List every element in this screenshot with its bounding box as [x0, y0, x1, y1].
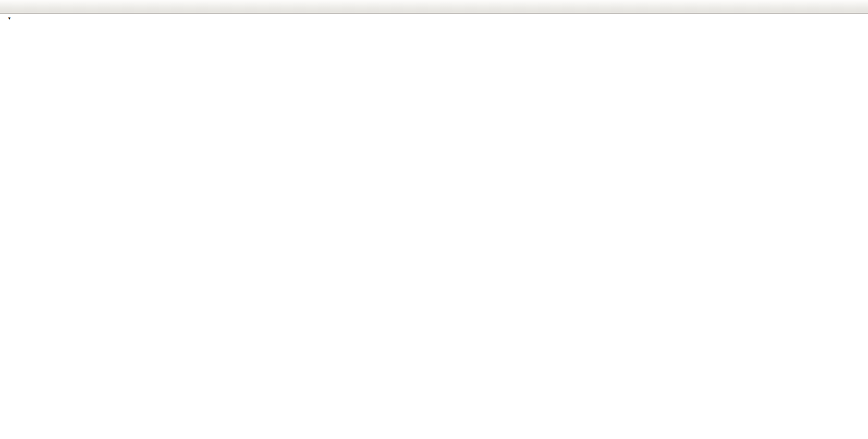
chart-canvas[interactable] [0, 14, 868, 439]
symbol-dropdown-icon[interactable]: ▼ [7, 16, 11, 21]
metatrader-window: ▼ [0, 0, 868, 439]
chart-window[interactable]: ▼ [0, 14, 868, 439]
chart-title: ▼ [7, 16, 18, 21]
main-toolbar [0, 0, 868, 14]
